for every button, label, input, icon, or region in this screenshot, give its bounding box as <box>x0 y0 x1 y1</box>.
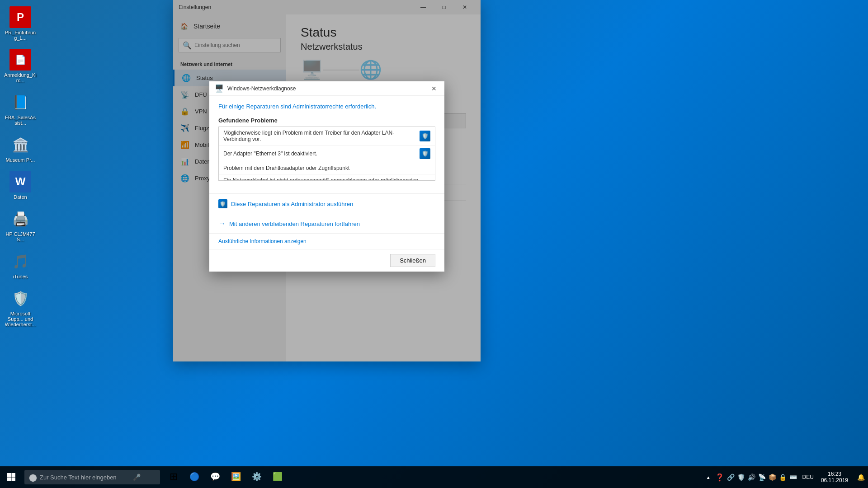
diagnose-dialog: 🖥️ Windows-Netzwerkdiagnose ✕ Für einige… <box>209 81 444 272</box>
network-status-icon[interactable]: 📡 <box>758 474 766 481</box>
desktop-icon-word-label: Daten <box>14 194 27 200</box>
desktop-icon-printer[interactable]: 🖨️ HP CLJM477 S... <box>2 206 38 244</box>
desktop-icon-powerpoint[interactable]: P PR_Einführung_L... <box>2 5 38 42</box>
word-icon: W <box>9 171 31 192</box>
desktop-icons-container: P PR_Einführung_L... 📄 Anmeldung_Kirc...… <box>0 0 41 333</box>
notification-button[interactable]: 🔔 <box>854 466 868 488</box>
microphone-icon[interactable]: 🎤 <box>133 474 141 481</box>
desktop-icon-printer-label: HP CLJM477 S... <box>4 231 37 242</box>
museum-icon: 🏛️ <box>9 134 31 155</box>
desktop-icon-powerpoint-label: PR_Einführung_L... <box>4 30 37 41</box>
problem-text-4: Ein Netzwerkkabel ist nicht ordnungsgemä… <box>223 177 430 181</box>
diagnose-title-text: Windows-Netzwerkdiagnose <box>227 85 427 92</box>
problem-item-4: Ein Netzwerkkabel ist nicht ordnungsgemä… <box>219 174 435 181</box>
taskbar-skype[interactable]: 💬 <box>205 467 225 487</box>
shield-tray-icon[interactable]: 🛡️ <box>737 474 745 481</box>
problems-list: Möglicherweise liegt ein Problem mit dem… <box>218 127 435 181</box>
vpn-tray-icon[interactable]: 🔒 <box>779 474 787 481</box>
diagnose-titlebar: 🖥️ Windows-Netzwerkdiagnose ✕ <box>209 81 444 96</box>
repair-shield-icon: 🛡️ <box>218 199 227 208</box>
taskbar-photos[interactable]: 🖼️ <box>226 467 246 487</box>
diagnose-body: Für einige Reparaturen sind Administrato… <box>209 96 444 193</box>
taskbar-zoom[interactable]: 🔵 <box>184 467 204 487</box>
diagnose-footer: Schließen <box>209 249 444 272</box>
repair-admin-button[interactable]: 🛡️ Diese Reparaturen als Administrator a… <box>209 193 444 214</box>
desktop-icon-word[interactable]: W Daten <box>2 169 38 202</box>
shield-icon-1: 🛡️ <box>420 131 430 141</box>
network-tray-icon[interactable]: 🔗 <box>727 474 735 481</box>
problem-text-1: Möglicherweise liegt ein Problem mit dem… <box>223 130 420 142</box>
desktop-icon-ms-support[interactable]: 🛡️ Microsoft Supp... und Wiederherst... <box>2 286 38 329</box>
windows-logo-icon <box>7 473 16 482</box>
powerpoint-icon: P <box>9 6 31 28</box>
dropbox-icon[interactable]: 📦 <box>769 474 776 481</box>
desktop-icon-acrobat[interactable]: 📄 Anmeldung_Kirc... <box>2 47 38 85</box>
question-tray-icon[interactable]: ❓ <box>715 473 724 482</box>
printer-icon: 🖨️ <box>9 208 31 230</box>
repair-btn-label: Diese Reparaturen als Administrator ausf… <box>231 201 353 207</box>
show-hidden-icons-button[interactable]: ▲ <box>705 466 712 488</box>
diagnose-title-icon: 🖥️ <box>215 84 224 93</box>
acrobat-icon: 📄 <box>9 49 31 70</box>
desktop-icon-blue-file-label: FBA_SalesAssist... <box>4 115 37 126</box>
problem-item-1: Möglicherweise liegt ein Problem mit dem… <box>219 127 435 145</box>
admin-note: Für einige Reparaturen sind Administrato… <box>218 103 435 110</box>
svg-rect-0 <box>7 473 11 477</box>
desktop: P PR_Einführung_L... 📄 Anmeldung_Kirc...… <box>0 0 868 488</box>
svg-rect-3 <box>12 478 16 482</box>
taskbar: ⬤ 🎤 ⊞ 🔵 💬 🖼️ ⚙️ 🟩 ▲ ❓ 🔗 🛡️ 🔊 📡 📦 🔒 ⌨️ <box>0 466 868 488</box>
volume-tray-icon[interactable]: 🔊 <box>748 474 755 481</box>
problem-text-3: Problem mit dem Drahtlosadapter oder Zug… <box>223 165 430 171</box>
problem-item-2: Der Adapter "Ethernet 3" ist deaktiviert… <box>219 145 435 162</box>
svg-rect-1 <box>12 473 16 477</box>
keyboard-tray-icon[interactable]: ⌨️ <box>789 474 797 481</box>
system-tray-icons: ❓ 🔗 🛡️ 🔊 📡 📦 🔒 ⌨️ <box>712 473 801 482</box>
svg-rect-2 <box>7 478 11 482</box>
info-link[interactable]: Ausführliche Informationen anzeigen <box>209 234 444 249</box>
clock-time: 16:23 <box>828 471 841 477</box>
taskbar-system-area: ▲ ❓ 🔗 🛡️ 🔊 📡 📦 🔒 ⌨️ DEU 16:23 06.11.2019… <box>705 466 868 488</box>
blue-file-icon: 📘 <box>9 91 31 113</box>
desktop-icon-ms-support-label: Microsoft Supp... und Wiederherst... <box>4 311 37 327</box>
shield-icon-2: 🛡️ <box>420 148 430 159</box>
dialog-overlay: 🖥️ Windows-Netzwerkdiagnose ✕ Für einige… <box>173 0 481 361</box>
taskbar-green[interactable]: 🟩 <box>268 467 288 487</box>
ms-support-icon: 🛡️ <box>9 287 31 309</box>
schliessen-button[interactable]: Schließen <box>390 254 435 267</box>
desktop-icon-acrobat-label: Anmeldung_Kirc... <box>4 72 37 83</box>
problems-title: Gefundene Probleme <box>218 117 435 124</box>
taskbar-search-input[interactable] <box>40 474 130 481</box>
desktop-icon-blue-file[interactable]: 📘 FBA_SalesAssist... <box>2 89 38 127</box>
start-button[interactable] <box>0 466 23 488</box>
problem-item-3: Problem mit dem Drahtlosadapter oder Zug… <box>219 162 435 174</box>
desktop-icon-itunes[interactable]: 🎵 iTunes <box>2 249 38 281</box>
taskbar-clock[interactable]: 16:23 06.11.2019 <box>816 471 854 483</box>
taskbar-apps: ⊞ 🔵 💬 🖼️ ⚙️ 🟩 <box>164 467 288 487</box>
taskbar-task-view[interactable]: ⊞ <box>164 467 184 487</box>
arrow-right-icon: → <box>218 220 226 228</box>
taskbar-settings[interactable]: ⚙️ <box>247 467 267 487</box>
continue-btn-label: Mit anderen verbleibenden Reparaturen fo… <box>229 221 360 227</box>
language-indicator[interactable]: DEU <box>801 474 816 480</box>
desktop-icon-itunes-label: iTunes <box>13 274 28 279</box>
clock-date: 06.11.2019 <box>821 477 848 483</box>
desktop-icon-museum-label: Museum Pr... <box>6 157 35 163</box>
diagnose-close-button[interactable]: ✕ <box>427 82 441 95</box>
search-circle-icon: ⬤ <box>29 473 37 482</box>
desktop-icon-museum[interactable]: 🏛️ Museum Pr... <box>2 132 38 164</box>
continue-repairs-button[interactable]: → Mit anderen verbleibenden Reparaturen … <box>209 214 444 234</box>
problem-text-2: Der Adapter "Ethernet 3" ist deaktiviert… <box>223 150 420 157</box>
itunes-icon: 🎵 <box>9 250 31 272</box>
taskbar-search-box[interactable]: ⬤ 🎤 <box>24 470 160 484</box>
